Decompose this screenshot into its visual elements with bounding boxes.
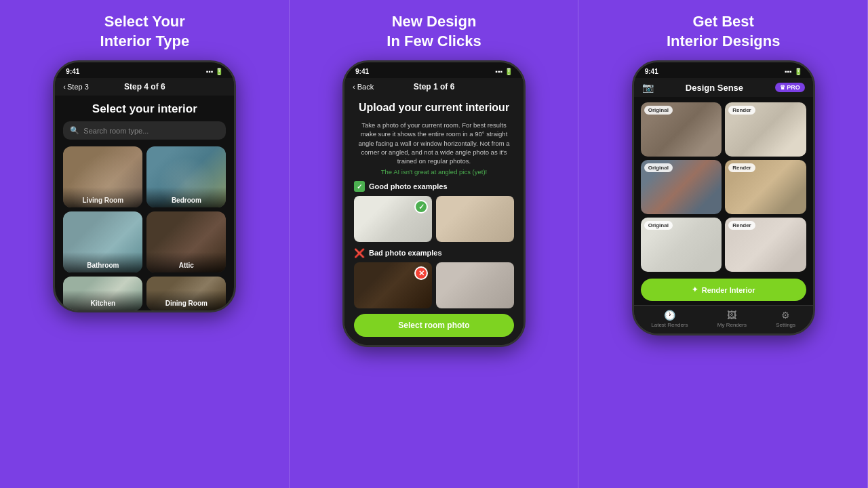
phone-3: 9:41 ▪▪▪ 🔋 📷 Design Sense ♛ PRO Original… [632,60,815,336]
status-bar-3: 9:41 ▪▪▪ 🔋 [634,62,813,78]
render-btn-label: Render Interior [702,286,755,294]
phone-2: 9:41 ▪▪▪ 🔋 ‹ Back Step 1 of 6 Upload you… [342,60,526,347]
phone2-description: Take a photo of your current room. For b… [354,121,514,165]
render-card-1[interactable]: Original [641,102,722,157]
nav-settings[interactable]: ⚙ Settings [776,310,795,328]
render-label-2: Render [728,106,755,115]
back-button-1[interactable]: ‹ Step 3 [63,83,88,91]
panel-2: New DesignIn Few Clicks 9:41 ▪▪▪ 🔋 ‹ Bac… [290,0,579,488]
nav-latest-renders[interactable]: 🕐 Latest Renders [651,310,688,328]
select-room-photo-button[interactable]: Select room photo [354,314,514,337]
status-icons-2: ▪▪▪ 🔋 [495,68,513,75]
search-placeholder: Search room type... [83,127,149,135]
signal-icon: ▪▪▪ [206,68,214,75]
bad-x-overlay: ✕ [414,266,428,280]
chevron-left-icon-2: ‹ [353,83,357,91]
good-photo-examples: ✓ [354,196,514,242]
phone2-highlight: The AI isn't great at angled pics (yet)! [354,168,514,176]
bad-photo-2 [436,262,514,308]
pro-badge: ♛ PRO [775,83,805,92]
phone1-nav: ‹ Step 3 Step 4 of 6 [55,78,234,96]
good-check-icon: ✓ [354,181,365,192]
bad-photo-1: ✕ [354,262,432,308]
render-card-4[interactable]: Render [725,160,806,214]
bad-photo-examples: ✕ [354,262,514,308]
room-card-dining[interactable]: Dining Room [146,277,226,310]
battery-icon-3: 🔋 [794,68,802,75]
room-card-bathroom[interactable]: Bathroom [63,211,142,272]
panel-3: Get BestInterior Designs 9:41 ▪▪▪ 🔋 📷 De… [578,0,868,488]
good-examples-label: Good photo examples [369,182,448,190]
room-card-attic[interactable]: Attic [146,211,226,272]
status-icons-1: ▪▪▪ 🔋 [206,68,224,75]
phone-1: 9:41 ▪▪▪ 🔋 ‹ Step 3 Step 4 of 6 Select y… [53,60,236,312]
panel-2-title: New DesignIn Few Clicks [387,12,481,51]
status-bar-1: 9:41 ▪▪▪ 🔋 [55,62,234,78]
nav-step-title-1: Step 4 of 6 [124,82,165,92]
room-label-attic: Attic [146,252,226,272]
render-card-5[interactable]: Original [641,218,722,272]
render-card-3[interactable]: Original [641,160,722,214]
phone2-heading: Upload your current interiour [354,101,514,115]
bad-examples-section: ❌ Bad photo examples [354,247,514,258]
phone1-heading: Select your interior [55,96,234,121]
good-check-overlay: ✓ [414,200,428,214]
phone3-nav: 📷 Design Sense ♛ PRO [634,78,813,97]
crown-icon: ♛ [780,84,785,91]
phone2-body: Upload your current interiour Take a pho… [344,96,524,345]
back-label-2: Back [357,83,374,91]
render-label-3: Original [644,163,673,172]
room-card-kitchen[interactable]: Kitchen [63,277,142,310]
search-bar[interactable]: 🔍 Search room type... [63,121,226,140]
render-label-6: Render [728,221,755,230]
phone2-nav: ‹ Back Step 1 of 6 [344,78,524,96]
good-photo-2 [436,196,514,242]
room-label-dining: Dining Room [146,290,226,310]
chevron-left-icon-1: ‹ [63,83,66,91]
signal-icon-2: ▪▪▪ [495,68,502,75]
render-label-1: Original [644,106,673,115]
nav-my-renders[interactable]: 🖼 My Renders [717,310,747,328]
bottom-navigation: 🕐 Latest Renders 🖼 My Renders ⚙ Settings [634,305,813,333]
room-grid: Living Room Bedroom Bathroom Attic Kitch… [55,146,234,310]
wifi-icon: 🔋 [215,68,223,75]
room-label-bathroom: Bathroom [63,252,142,272]
nav-settings-label: Settings [776,322,795,328]
good-examples-section: ✓ Good photo examples [354,181,514,192]
room-label-bedroom: Bedroom [146,187,226,207]
clock-icon: 🕐 [664,310,675,321]
nav-my-renders-label: My Renders [717,322,747,328]
room-card-bedroom[interactable]: Bedroom [146,146,226,207]
panel-1: Select YourInterior Type 9:41 ▪▪▪ 🔋 ‹ St… [0,0,290,488]
room-label-kitchen: Kitchen [63,290,142,310]
nav-latest-label: Latest Renders [651,322,688,328]
nav-step-title-2: Step 1 of 6 [414,82,455,92]
render-label-4: Render [728,163,755,172]
render-label-5: Original [644,221,673,230]
back-label-1: Step 3 [67,83,89,91]
back-button-2[interactable]: ‹ Back [353,83,374,91]
pro-label: PRO [787,84,800,91]
app-title: Design Sense [686,83,743,93]
status-bar-2: 9:41 ▪▪▪ 🔋 [344,62,524,78]
camera-icon[interactable]: 📷 [642,82,654,93]
settings-icon: ⚙ [781,310,790,321]
status-time-1: 9:41 [66,68,79,75]
battery-icon-2: 🔋 [505,68,513,75]
room-label-living: Living Room [63,187,142,207]
renders-icon: 🖼 [727,310,736,321]
status-time-3: 9:41 [645,68,658,75]
status-time-2: 9:41 [355,68,369,75]
panel-3-title: Get BestInterior Designs [667,12,780,51]
renders-grid: Original Render Original Render Original… [634,97,813,277]
render-card-2[interactable]: Render [725,102,806,157]
render-card-6[interactable]: Render [725,218,806,272]
panel-1-title: Select YourInterior Type [100,12,190,51]
search-icon: 🔍 [70,126,79,135]
status-icons-3: ▪▪▪ 🔋 [785,68,802,75]
good-photo-1: ✓ [354,196,432,242]
render-interior-button[interactable]: ✦ Render Interior [641,279,806,301]
room-card-living-room[interactable]: Living Room [63,146,142,207]
sparkle-icon: ✦ [692,285,698,294]
bad-examples-label: Bad photo examples [369,249,442,257]
